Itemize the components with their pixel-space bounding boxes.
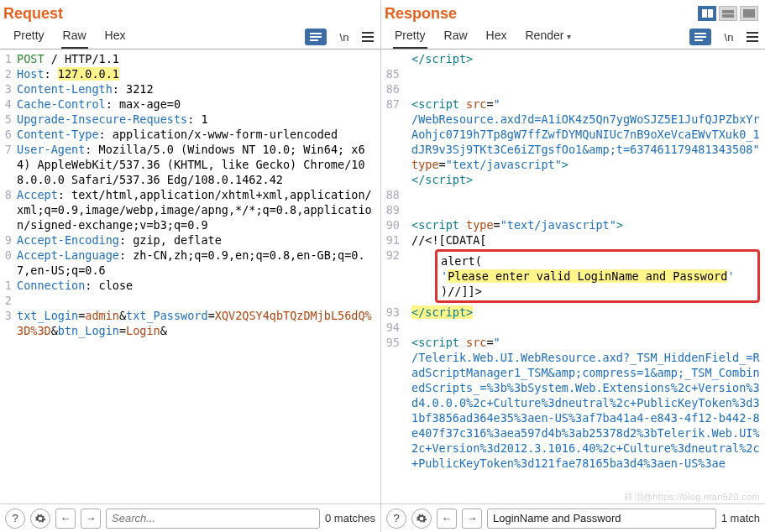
response-tabs: Pretty Raw Hex Render▾ xyxy=(386,25,573,49)
line-number: 4 xyxy=(2,96,17,112)
request-tabs: Pretty Raw Hex xyxy=(5,25,128,49)
code-line[interactable]: 87<script src="/WebResource.axd?d=A1iOK4… xyxy=(383,96,760,187)
layout-split-vertical-icon[interactable] xyxy=(698,6,716,21)
code-line[interactable]: 91//<![CDATA[ xyxy=(383,232,760,248)
line-content: Host: 127.0.0.1 xyxy=(17,66,375,81)
tab-raw[interactable]: Raw xyxy=(443,25,469,49)
line-number: 1 xyxy=(2,51,17,66)
code-line[interactable]: 93</script> xyxy=(383,305,760,320)
response-body[interactable]: </script>85 86 87<script src="/WebResour… xyxy=(381,50,765,503)
prev-button[interactable]: ← xyxy=(437,509,457,529)
line-number: 85 xyxy=(383,66,405,81)
request-footer: ? ← → 0 matches xyxy=(0,503,380,532)
match-count: 0 matches xyxy=(325,512,375,524)
actions-button[interactable] xyxy=(305,29,327,45)
tab-raw[interactable]: Raw xyxy=(61,25,88,49)
request-body[interactable]: 1POST / HTTP/1.12Host: 127.0.0.13Content… xyxy=(0,50,380,503)
prev-button[interactable]: ← xyxy=(55,509,76,529)
code-line[interactable]: </script> xyxy=(383,51,760,66)
tab-hex[interactable]: Hex xyxy=(103,25,128,49)
alert-highlight-line[interactable]: 92alert('Please enter valid LoginName an… xyxy=(383,248,760,305)
line-number: 8 xyxy=(2,187,17,232)
layout-single-icon[interactable] xyxy=(740,6,758,21)
code-line[interactable]: 1POST / HTTP/1.1 xyxy=(2,51,375,66)
code-line[interactable]: 8Accept: text/html,application/xhtml+xml… xyxy=(2,187,375,232)
line-content: </script> xyxy=(405,51,760,66)
code-line[interactable]: 4Cache-Control: max-age=0 xyxy=(2,96,375,112)
svg-rect-3 xyxy=(694,33,706,34)
line-number: 3 xyxy=(2,308,17,338)
next-button[interactable]: → xyxy=(462,509,482,529)
line-content: Accept: text/html,application/xhtml+xml,… xyxy=(17,187,375,232)
line-number: 90 xyxy=(383,217,405,232)
line-content xyxy=(405,320,760,335)
menu-icon[interactable] xyxy=(362,32,374,42)
line-content: <script src="/WebResource.axd?d=A1iOK4z5… xyxy=(405,96,760,187)
tab-hex[interactable]: Hex xyxy=(485,25,509,49)
line-content: Connection: close xyxy=(17,278,375,293)
line-number: 91 xyxy=(383,232,405,248)
code-line[interactable]: 2 xyxy=(2,293,375,308)
alert-highlight-box: alert('Please enter valid LoginName and … xyxy=(435,249,760,303)
layout-toggles xyxy=(698,6,758,21)
chevron-down-icon: ▾ xyxy=(567,32,571,41)
code-line[interactable]: 0Accept-Language: zh-CN,zh;q=0.9,en;q=0.… xyxy=(2,248,375,278)
help-button[interactable]: ? xyxy=(386,509,406,529)
line-number: 94 xyxy=(383,320,405,335)
svg-rect-5 xyxy=(694,39,703,41)
code-line[interactable]: 3txt_Login=admin&txt_Password=XQV2QSY4qb… xyxy=(2,308,375,338)
code-line[interactable]: 6Content-Type: application/x-www-form-ur… xyxy=(2,127,375,142)
code-line[interactable]: 88 xyxy=(383,187,760,202)
layout-split-horizontal-icon[interactable] xyxy=(719,6,737,21)
line-number: 93 xyxy=(383,305,405,320)
code-line[interactable]: 89 xyxy=(383,202,760,217)
settings-button[interactable] xyxy=(411,509,432,529)
code-line[interactable]: 7User-Agent: Mozilla/5.0 (Windows NT 10.… xyxy=(2,142,375,187)
code-line[interactable]: 94 xyxy=(383,320,760,335)
search-input[interactable] xyxy=(487,509,716,529)
match-count: 1 match xyxy=(721,512,760,524)
line-content: //<![CDATA[ xyxy=(405,232,760,248)
response-title: Response xyxy=(385,5,457,23)
line-number: 9 xyxy=(2,232,17,248)
line-content xyxy=(405,81,760,96)
line-content: Accept-Encoding: gzip, deflate xyxy=(17,232,375,248)
code-line[interactable]: 1Connection: close xyxy=(2,278,375,293)
settings-button[interactable] xyxy=(30,509,50,529)
request-panel: Request Pretty Raw Hex \n 1POST / HTTP/1… xyxy=(0,0,381,532)
code-line[interactable]: 5Upgrade-Insecure-Requests: 1 xyxy=(2,112,375,127)
code-line[interactable]: 9Accept-Encoding: gzip, deflate xyxy=(2,232,375,248)
svg-rect-2 xyxy=(310,39,318,41)
line-number: 86 xyxy=(383,81,405,96)
code-line[interactable]: 90<script type="text/javascript"> xyxy=(383,217,760,232)
line-content: Upgrade-Insecure-Requests: 1 xyxy=(17,112,375,127)
response-header: Response xyxy=(381,0,765,25)
line-number: 3 xyxy=(2,81,17,96)
line-content: POST / HTTP/1.1 xyxy=(17,51,375,66)
help-button[interactable]: ? xyxy=(5,509,25,529)
line-number: 2 xyxy=(2,293,17,308)
tab-pretty[interactable]: Pretty xyxy=(393,25,427,49)
code-line[interactable]: 95<script src="/Telerik.Web.UI.WebResour… xyxy=(383,335,760,471)
svg-rect-1 xyxy=(310,36,322,38)
wrap-toggle[interactable]: \n xyxy=(720,29,738,45)
line-number: 87 xyxy=(383,96,405,187)
line-content: Content-Length: 3212 xyxy=(17,81,375,96)
code-line[interactable]: 86 xyxy=(383,81,760,96)
line-number: 6 xyxy=(2,127,17,142)
search-input[interactable] xyxy=(106,509,320,529)
wrap-toggle[interactable]: \n xyxy=(335,29,354,45)
request-header: Request xyxy=(0,0,380,25)
tab-render[interactable]: Render▾ xyxy=(524,25,574,49)
response-footer: ? ← → 1 match xyxy=(381,503,765,532)
tab-pretty[interactable]: Pretty xyxy=(12,25,46,49)
code-line[interactable]: 2Host: 127.0.0.1 xyxy=(2,66,375,81)
response-toolbar: \n xyxy=(689,29,760,45)
actions-button[interactable] xyxy=(689,29,711,45)
menu-icon[interactable] xyxy=(747,32,758,42)
code-line[interactable]: 3Content-Length: 3212 xyxy=(2,81,375,96)
code-line[interactable]: 85 xyxy=(383,66,760,81)
next-button[interactable]: → xyxy=(81,509,101,529)
line-number: 2 xyxy=(2,66,17,81)
svg-rect-0 xyxy=(310,33,322,34)
